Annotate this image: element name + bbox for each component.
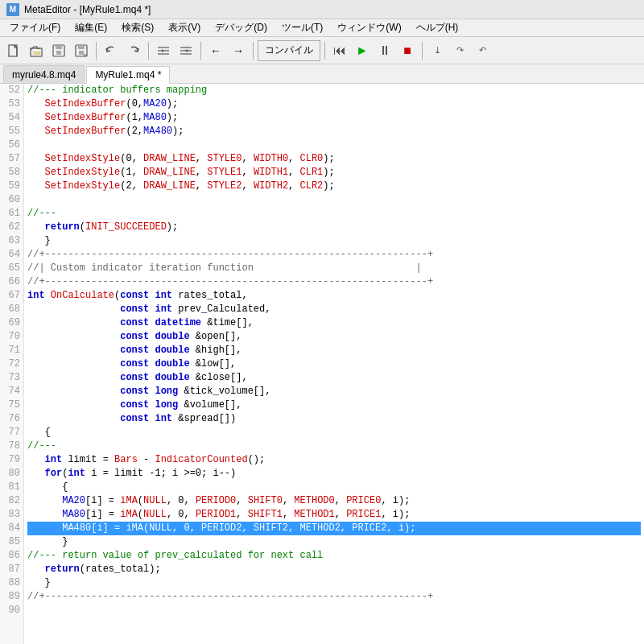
back-button[interactable]: ← (205, 40, 226, 61)
save-as-button[interactable]: + (71, 40, 92, 61)
code-line[interactable]: const double &high[], (27, 344, 641, 357)
code-line[interactable]: const double &close[], (27, 371, 641, 385)
svg-rect-7 (56, 51, 61, 55)
line-number: 68 (0, 303, 23, 316)
svg-rect-9 (78, 45, 85, 49)
line-number: 86 (0, 549, 23, 563)
window-title: MetaEditor - [MyRule1.mq4 *] (24, 4, 151, 15)
open-button[interactable]: var (26, 40, 47, 61)
step-over-button[interactable]: ↷ (449, 40, 470, 61)
code-line[interactable]: { (27, 481, 641, 494)
code-line[interactable]: MA80[i] = iMA(NULL, 0, PERIOD1, SHIFT1, … (27, 508, 641, 522)
toolbar-sep-2 (148, 42, 149, 60)
step-out-button[interactable]: ↶ (472, 40, 493, 61)
save-button[interactable] (48, 40, 69, 61)
code-line[interactable]: SetIndexBuffer(2,MA480); (27, 125, 641, 138)
code-line[interactable]: SetIndexStyle(0, DRAW_LINE, STYLE0, WIDT… (27, 152, 641, 166)
code-line[interactable]: const datetime &time[], (27, 316, 641, 330)
code-line[interactable]: int OnCalculate(const int rates_total, (27, 289, 641, 303)
code-line[interactable]: SetIndexStyle(1, DRAW_LINE, STYLE1, WIDT… (27, 166, 641, 180)
line-number: 64 (0, 248, 23, 262)
menu-file[interactable]: ファイル(F) (3, 19, 67, 36)
stop-button[interactable]: ■ (397, 40, 418, 61)
code-line[interactable]: SetIndexBuffer(0,MA20); (27, 97, 641, 111)
code-line[interactable]: { (27, 426, 641, 440)
outdent-button[interactable] (175, 40, 196, 61)
code-line[interactable]: } (27, 576, 641, 590)
compile-label: コンパイル (265, 43, 313, 57)
run-back-button[interactable]: ⏮ (329, 40, 350, 61)
code-line[interactable]: SetIndexStyle(2, DRAW_LINE, STYLE2, WIDT… (27, 180, 641, 193)
toolbar: var + ← → コンパイル ⏮ ► ⏸ ■ ⤓ ↷ ↶ (0, 37, 644, 64)
code-line[interactable]: //+-------------------------------------… (27, 590, 641, 604)
code-line[interactable]: int limit = Bars - IndicatorCounted(); (27, 453, 641, 467)
line-number: 78 (0, 440, 23, 453)
menu-edit[interactable]: 編集(E) (68, 19, 114, 36)
tab-bar: myrule4.8.mq4 MyRule1.mq4 * (0, 64, 644, 84)
code-line[interactable]: //+-------------------------------------… (27, 275, 641, 289)
code-line[interactable] (27, 138, 641, 152)
menu-bar: ファイル(F) 編集(E) 検索(S) 表示(V) デバッグ(D) ツール(T)… (0, 19, 644, 37)
tab-myrule1[interactable]: MyRule1.mq4 * (86, 66, 170, 84)
pause-button[interactable]: ⏸ (374, 40, 395, 61)
new-button[interactable] (3, 40, 24, 61)
code-line[interactable]: return(rates_total); (27, 563, 641, 576)
undo-button[interactable] (101, 40, 122, 61)
compile-button[interactable]: コンパイル (258, 40, 320, 61)
code-line[interactable]: //| Custom indicator iteration function … (27, 262, 641, 275)
toolbar-sep-3 (200, 42, 201, 60)
line-number: 53 (0, 97, 23, 111)
line-numbers: 5253545556575859606162636465666768697071… (0, 84, 24, 644)
code-content[interactable]: //--- indicator buffers mapping SetIndex… (24, 84, 644, 644)
line-number: 70 (0, 330, 23, 344)
code-line[interactable]: } (27, 535, 641, 549)
code-line[interactable]: //--- indicator buffers mapping (27, 84, 641, 97)
code-line[interactable]: //--- (27, 207, 641, 221)
menu-tools[interactable]: ツール(T) (275, 19, 329, 36)
forward-button[interactable]: → (228, 40, 249, 61)
step-button[interactable]: ⤓ (427, 40, 448, 61)
tab-myrule4[interactable]: myrule4.8.mq4 (3, 65, 85, 83)
code-line[interactable]: const int prev_Calculated, (27, 303, 641, 316)
line-number: 83 (0, 508, 23, 522)
indent-button[interactable] (153, 40, 174, 61)
line-number: 74 (0, 385, 23, 398)
code-line[interactable]: SetIndexBuffer(1,MA80); (27, 111, 641, 125)
code-line[interactable] (27, 193, 641, 207)
code-line[interactable]: const long &tick_volume[], (27, 385, 641, 398)
menu-window[interactable]: ウィンドウ(W) (331, 19, 407, 36)
menu-debug[interactable]: デバッグ(D) (208, 19, 274, 36)
line-number: 57 (0, 152, 23, 166)
svg-text:var: var (33, 50, 41, 56)
line-number: 65 (0, 262, 23, 275)
code-line[interactable]: return(INIT_SUCCEEDED); (27, 221, 641, 234)
toolbar-sep-5 (324, 42, 325, 60)
code-line[interactable]: //+-------------------------------------… (27, 248, 641, 262)
svg-rect-6 (56, 45, 62, 49)
code-line[interactable]: MA20[i] = iMA(NULL, 0, PERIOD0, SHIFT0, … (27, 494, 641, 508)
svg-text:+: + (83, 52, 87, 58)
line-number: 62 (0, 221, 23, 234)
code-line[interactable]: const double &open[], (27, 330, 641, 344)
line-number: 67 (0, 289, 23, 303)
play-button[interactable]: ► (352, 40, 373, 61)
line-number: 58 (0, 166, 23, 180)
code-line[interactable] (27, 604, 641, 617)
code-line[interactable]: //--- (27, 440, 641, 453)
menu-help[interactable]: ヘルプ(H) (410, 19, 465, 36)
app-icon: M (6, 3, 19, 16)
code-line[interactable]: const double &low[], (27, 357, 641, 371)
code-line[interactable]: const long &volume[], (27, 398, 641, 412)
code-line[interactable]: } (27, 234, 641, 248)
redo-button[interactable] (123, 40, 144, 61)
line-number: 63 (0, 234, 23, 248)
line-number: 55 (0, 125, 23, 138)
code-line[interactable]: MA480[i] = iMA(NULL, 0, PERIOD2, SHIFT2,… (27, 522, 641, 535)
line-number: 81 (0, 481, 23, 494)
code-line[interactable]: //--- return value of prev_calculated fo… (27, 549, 641, 563)
code-line[interactable]: for(int i = limit -1; i >=0; i--) (27, 467, 641, 481)
menu-view[interactable]: 表示(V) (162, 19, 207, 36)
toolbar-sep-4 (253, 42, 254, 60)
menu-search[interactable]: 検索(S) (115, 19, 160, 36)
code-line[interactable]: const int &spread[]) (27, 412, 641, 426)
